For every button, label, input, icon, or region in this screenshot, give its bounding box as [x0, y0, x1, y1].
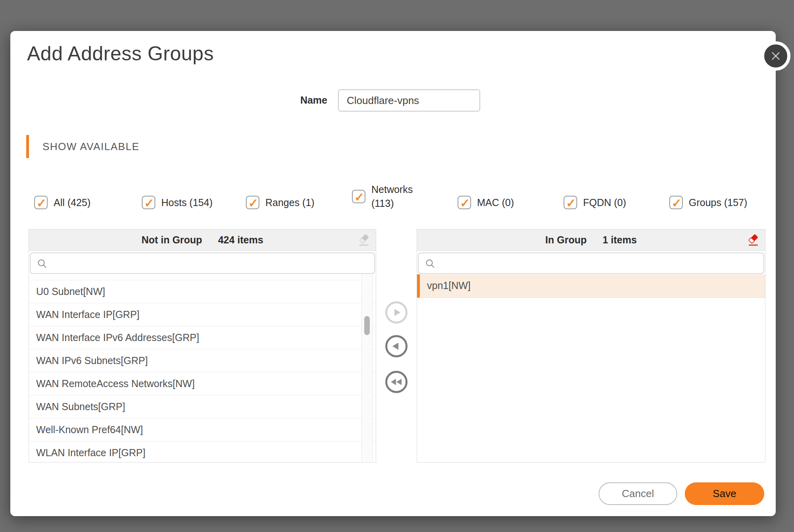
checkbox-mac[interactable] [458, 196, 471, 209]
list-item[interactable]: WLAN Interface IP[GRP] [29, 441, 376, 462]
checkbox-all[interactable] [34, 196, 48, 209]
not-in-group-title: Not in Group [141, 234, 202, 246]
clear-right-selection-button[interactable] [746, 233, 760, 247]
list-item[interactable]: WAN Interface IP[GRP] [29, 303, 376, 326]
list-item[interactable]: vpn1[NW] [417, 274, 765, 298]
filter-groups: Groups (157) [669, 196, 747, 209]
in-group-panel: In Group 1 items [417, 229, 765, 463]
not-in-group-list: U0 Subnet[NW]WAN Interface IP[GRP]WAN In… [29, 274, 376, 462]
cancel-button[interactable]: Cancel [599, 482, 677, 505]
arrow-right-icon [390, 306, 403, 319]
eraser-icon [357, 233, 371, 247]
checkbox-hosts[interactable] [142, 196, 155, 209]
list-item[interactable]: WAN Subnets[GRP] [29, 395, 376, 418]
scrollbar-thumb[interactable] [364, 316, 370, 335]
checkbox-ranges[interactable] [246, 196, 259, 209]
not-in-group-count: 424 items [218, 234, 263, 246]
filter-networks: Networks (113) [352, 183, 417, 210]
filter-ranges: Ranges (1) [246, 196, 315, 209]
in-group-count: 1 items [603, 234, 637, 246]
checkbox-fqdn[interactable] [564, 196, 577, 209]
eraser-icon [746, 233, 760, 247]
filter-fqdn-label: FQDN (0) [583, 197, 626, 208]
arrow-left-icon [390, 339, 403, 353]
close-button[interactable] [761, 41, 790, 71]
move-all-left-button[interactable] [385, 371, 408, 393]
list-item[interactable]: WAN RemoteAccess Networks[NW] [29, 372, 376, 395]
filter-hosts-label: Hosts (154) [161, 197, 213, 208]
add-address-groups-dialog: Add Address Groups Name SHOW AVAILABLE A… [10, 31, 776, 516]
filter-groups-label: Groups (157) [689, 197, 747, 208]
dialog-title: Add Address Groups [27, 42, 214, 65]
show-available-section: SHOW AVAILABLE [26, 135, 139, 158]
in-group-title: In Group [545, 234, 587, 246]
checkbox-networks[interactable] [352, 190, 365, 203]
not-in-group-search-input[interactable] [52, 253, 371, 273]
filter-ranges-label: Ranges (1) [265, 197, 315, 208]
search-icon [425, 258, 436, 270]
filter-networks-label: Networks (113) [371, 183, 417, 210]
filter-mac-label: MAC (0) [477, 197, 514, 208]
list-item-partial [29, 274, 376, 280]
save-button[interactable]: Save [685, 482, 764, 505]
in-group-search-input[interactable] [440, 253, 760, 273]
filter-fqdn: FQDN (0) [564, 196, 626, 209]
checkbox-groups[interactable] [669, 196, 683, 209]
clear-left-selection-button [357, 233, 371, 247]
filter-hosts: Hosts (154) [142, 196, 213, 209]
search-icon [37, 258, 48, 270]
double-arrow-left-icon [389, 375, 404, 389]
list-item[interactable]: Well-Known Pref64[NW] [29, 418, 376, 441]
filter-all: All (425) [34, 196, 91, 209]
section-accent-bar [26, 135, 29, 158]
modal-backdrop: Add Address Groups Name SHOW AVAILABLE A… [0, 0, 794, 532]
list-item[interactable]: WAN IPv6 Subnets[GRP] [29, 349, 376, 372]
not-in-group-searchbox [30, 253, 375, 274]
name-input[interactable] [338, 89, 480, 112]
list-item[interactable]: WAN Interface IPv6 Addresses[GRP] [29, 326, 376, 349]
in-group-header: In Group 1 items [417, 229, 765, 251]
move-left-button[interactable] [385, 335, 408, 357]
not-in-group-panel: Not in Group 424 items [29, 229, 376, 463]
section-header-label: SHOW AVAILABLE [43, 141, 139, 153]
in-group-list: vpn1[NW] [417, 274, 765, 462]
move-right-button[interactable] [385, 301, 408, 324]
not-in-group-scrollbar[interactable] [361, 274, 373, 462]
filter-mac: MAC (0) [458, 196, 514, 209]
close-icon [769, 49, 782, 63]
name-label: Name [241, 89, 327, 111]
in-group-searchbox [418, 253, 764, 274]
not-in-group-header: Not in Group 424 items [29, 229, 376, 251]
filter-all-label: All (425) [54, 197, 91, 208]
list-item[interactable]: U0 Subnet[NW] [29, 280, 376, 303]
